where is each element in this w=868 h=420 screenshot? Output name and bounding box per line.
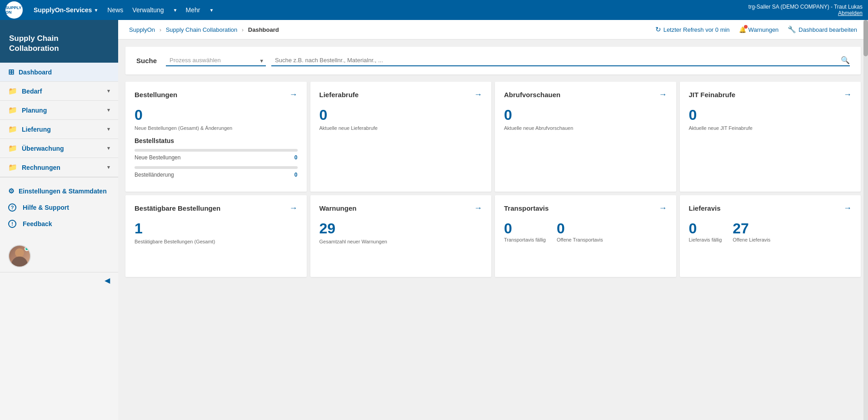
card-title-abrufvorschauen: Abrufvorschauen <box>504 91 560 99</box>
card-arrow-lieferavis[interactable]: → <box>843 203 852 213</box>
transportavis-count-2: 0 Offene Transportavis <box>557 220 603 242</box>
abmelden-link[interactable]: Abmelden <box>838 10 863 16</box>
card-title-warnungen: Warnungen <box>319 204 357 212</box>
card-header-warnungen: Warnungen → <box>319 203 483 213</box>
sidebar-item-lieferung[interactable]: 📁 Lieferung ▾ <box>0 120 118 139</box>
sidebar-item-rechnungen[interactable]: 📁 Rechnungen ▾ <box>0 158 118 177</box>
card-count-label-warnungen: Gesamtzahl neuer Warnungen <box>319 239 483 244</box>
card-lieferavis: Lieferavis → 0 Lieferavis fällig 27 Offe… <box>680 195 861 277</box>
card-arrow-bestellungen[interactable]: → <box>289 90 298 99</box>
status-bar-bg-1 <box>135 149 298 152</box>
card-transportavis: Transportavis → 0 Transportavis fällig 0… <box>495 195 676 277</box>
mehr-nav-item[interactable]: Mehr <box>186 6 200 14</box>
card-abrufvorschauen: Abrufvorschauen → 0 Aktuelle neue Abrufv… <box>495 82 676 192</box>
breadcrumb-actions: ↻ Letzter Refresh vor 0 min 🔔 Warnungen … <box>655 25 857 34</box>
process-select[interactable]: Prozess auswählen <box>166 55 266 66</box>
transportavis-multi-count: 0 Transportavis fällig 0 Offene Transpor… <box>504 220 667 242</box>
card-arrow-bestatigbare[interactable]: → <box>289 203 298 213</box>
sidebar-avatar-area <box>0 237 118 272</box>
bell-notification-dot <box>744 25 748 29</box>
breadcrumb: SupplyOn › Supply Chain Collaboration › … <box>129 26 279 33</box>
status-row-2: Bestelländerung 0 <box>135 172 298 178</box>
search-label: Suche <box>136 57 157 64</box>
dashboard-icon: ⊞ <box>8 68 14 76</box>
planung-chevron: ▾ <box>107 107 110 113</box>
mehr-arrow: ▼ <box>209 8 214 13</box>
sidebar-item-dashboard[interactable]: ⊞ Dashboard <box>0 63 118 82</box>
card-arrow-abrufvorschauen[interactable]: → <box>659 90 667 99</box>
verwaltung-nav-item[interactable]: Verwaltung <box>132 6 164 14</box>
lieferung-icon: 📁 <box>8 125 17 133</box>
lieferavis-number-1: 0 <box>689 220 722 237</box>
card-arrow-transportavis[interactable]: → <box>659 203 667 213</box>
bearbeiten-label: Dashboard bearbeiten <box>798 26 857 33</box>
card-title-lieferabrufe: Lieferabrufe <box>319 91 359 99</box>
feedback-icon: ! <box>8 220 16 228</box>
card-jit-feinabrufe: JIT Feinabrufe → 0 Aktuelle neue JIT Fei… <box>680 82 861 192</box>
services-menu[interactable]: SupplyOn-Services <box>34 6 92 14</box>
sidebar-item-hilfe[interactable]: ? Hilfe & Support <box>8 199 110 216</box>
sidebar-title: Supply Chain Collaboration <box>0 20 118 63</box>
sidebar-collapse-button[interactable]: ◀ <box>0 272 118 288</box>
verwaltung-arrow: ▼ <box>173 8 178 13</box>
card-arrow-jit-feinabrufe[interactable]: → <box>843 90 852 99</box>
card-count-label-bestellungen: Neue Bestellungen (Gesamt) & Änderungen <box>135 125 298 131</box>
card-arrow-warnungen[interactable]: → <box>474 203 482 213</box>
sidebar-item-planung[interactable]: 📁 Planung ▾ <box>0 101 118 120</box>
sidebar-item-bedarf[interactable]: 📁 Bedarf ▾ <box>0 82 118 101</box>
dashboard-grid: Bestellungen → 0 Neue Bestellungen (Gesa… <box>118 82 868 284</box>
transportavis-number-1: 0 <box>504 220 546 237</box>
card-count-lieferabrufe: 0 <box>319 107 483 124</box>
dashboard-edit-action[interactable]: 🔧 Dashboard bearbeiten <box>788 25 857 34</box>
sidebar-item-feedback[interactable]: ! Feedback <box>8 216 110 232</box>
card-header-bestatigbare: Bestätigbare Bestellungen → <box>135 203 298 213</box>
breadcrumb-dashboard: Dashboard <box>248 26 279 33</box>
card-warnungen: Warnungen → 29 Gesamtzahl neuer Warnunge… <box>310 195 492 277</box>
sidebar-label-einstellungen: Einstellungen & Stammdaten <box>19 188 107 195</box>
card-count-label-bestatigbare: Bestätigbare Bestellungen (Gesamt) <box>135 239 298 244</box>
card-arrow-lieferabrufe[interactable]: → <box>474 90 482 99</box>
status-bar-bestellanderung: Bestelländerung 0 <box>135 166 298 178</box>
news-nav-item[interactable]: News <box>107 6 123 14</box>
top-navigation: SUPPLY ON SupplyOn-Services ▼ News Verwa… <box>0 0 868 20</box>
search-input[interactable] <box>271 55 841 65</box>
sidebar-label-planung: Planung <box>22 107 107 114</box>
logo-area[interactable]: SUPPLY ON <box>5 1 26 19</box>
collapse-icon: ◀ <box>105 276 110 285</box>
sidebar-item-ueberwachung[interactable]: 📁 Überwachung ▾ <box>0 139 118 158</box>
card-header-jit-feinabrufe: JIT Feinabrufe → <box>689 90 852 99</box>
refresh-action[interactable]: ↻ Letzter Refresh vor 0 min <box>655 25 730 34</box>
right-scrollbar[interactable] <box>863 20 868 420</box>
user-avatar[interactable] <box>8 245 31 267</box>
lieferavis-count-1: 0 Lieferavis fällig <box>689 220 722 242</box>
rechnungen-chevron: ▾ <box>107 164 110 170</box>
breadcrumb-sep-2: › <box>242 26 244 33</box>
services-arrow: ▼ <box>94 8 98 13</box>
card-header-abrufvorschauen: Abrufvorschauen → <box>504 90 667 99</box>
search-button[interactable]: 🔍 <box>841 56 850 64</box>
lieferavis-multi-count: 0 Lieferavis fällig 27 Offene Lieferavis <box>689 220 852 242</box>
sidebar-label-bedarf: Bedarf <box>22 88 107 95</box>
lieferavis-count-2: 27 Offene Lieferavis <box>733 220 770 242</box>
lieferavis-number-2: 27 <box>733 220 770 237</box>
card-title-bestatigbare: Bestätigbare Bestellungen <box>135 204 220 212</box>
scrollbar-thumb[interactable] <box>863 20 868 56</box>
logo-circle: SUPPLY ON <box>5 1 23 19</box>
transportavis-label-1: Transportavis fällig <box>504 237 546 242</box>
breadcrumb-supplyon[interactable]: SupplyOn <box>129 26 155 33</box>
card-count-bestellungen: 0 <box>135 107 298 124</box>
card-title-transportavis: Transportavis <box>504 204 549 212</box>
sidebar-item-einstellungen[interactable]: ⚙ Einstellungen & Stammdaten <box>8 183 110 199</box>
lieferung-chevron: ▾ <box>107 126 110 132</box>
main-layout: Supply Chain Collaboration ⊞ Dashboard 📁… <box>0 20 868 420</box>
breadcrumb-bar: SupplyOn › Supply Chain Collaboration › … <box>118 20 868 40</box>
hilfe-icon: ? <box>8 203 16 212</box>
refresh-label: Letzter Refresh vor 0 min <box>663 26 730 33</box>
card-bestellungen: Bestellungen → 0 Neue Bestellungen (Gesa… <box>125 82 307 192</box>
card-bestatigbare-bestellungen: Bestätigbare Bestellungen → 1 Bestätigba… <box>125 195 307 277</box>
card-count-bestatigbare: 1 <box>135 220 298 237</box>
card-title-lieferavis: Lieferavis <box>689 204 721 212</box>
warnungen-action[interactable]: 🔔 Warnungen <box>739 26 779 33</box>
planung-icon: 📁 <box>8 106 17 114</box>
breadcrumb-scc[interactable]: Supply Chain Collaboration <box>166 26 238 33</box>
